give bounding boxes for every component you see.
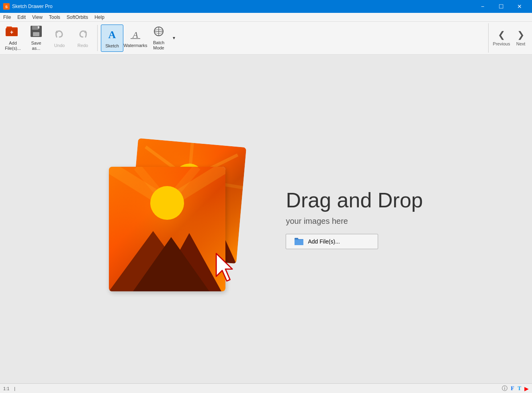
status-right: ⓘ 𝐅 𝐓 ▶ — [502, 385, 529, 392]
add-files-button[interactable]: Add File(s)... — [286, 234, 378, 249]
svg-rect-7 — [32, 26, 39, 30]
menu-tools[interactable]: Tools — [46, 14, 63, 21]
sketch-button[interactable]: A Sketch — [101, 25, 123, 52]
sketch-icon: A — [106, 28, 119, 43]
main-content: Drag and Drop your images here Add File(… — [0, 55, 532, 383]
menu-bar: File Edit View Tools SoftOrbits Help — [0, 13, 532, 22]
undo-button[interactable]: Undo — [48, 25, 71, 52]
next-label: Next — [516, 41, 526, 46]
image-illustration — [109, 143, 262, 295]
undo-icon — [53, 28, 65, 42]
toolbar-separator-1 — [97, 25, 98, 51]
watermarks-label: Watermarks — [124, 43, 147, 48]
svg-rect-9 — [38, 26, 39, 29]
svg-text:A: A — [108, 29, 116, 41]
menu-file[interactable]: File — [0, 14, 14, 21]
redo-label: Redo — [78, 43, 88, 48]
batch-mode-label: Batch Mode — [153, 40, 164, 51]
app-icon: S — [3, 3, 10, 10]
youtube-icon[interactable]: ▶ — [524, 385, 529, 392]
drop-zone: Drag and Drop your images here Add File(… — [109, 143, 423, 295]
status-left: 1:1 | — [3, 386, 20, 391]
redo-icon — [77, 28, 89, 42]
close-button[interactable]: ✕ — [510, 0, 529, 13]
maximize-button[interactable]: ☐ — [492, 0, 510, 13]
toolbar-dropdown-arrow[interactable]: ▼ — [171, 25, 177, 52]
svg-rect-8 — [33, 32, 39, 36]
watermarks-icon: A — [129, 28, 142, 42]
zoom-level: 1:1 — [3, 386, 9, 391]
drop-text-area: Drag and Drop your images here Add File(… — [286, 189, 423, 249]
undo-label: Undo — [54, 43, 65, 48]
twitter-icon[interactable]: 𝐓 — [518, 385, 521, 392]
sketch-label: Sketch — [105, 43, 119, 49]
save-as-button[interactable]: Save as... — [25, 23, 47, 53]
save-as-label: Save as... — [31, 41, 41, 51]
menu-help[interactable]: Help — [91, 14, 108, 21]
redo-button[interactable]: Redo — [72, 25, 94, 52]
drag-and-drop-title: Drag and Drop — [286, 189, 423, 212]
facebook-icon[interactable]: 𝐅 — [511, 385, 514, 392]
add-file-icon: + — [6, 25, 20, 40]
status-separator: | — [14, 386, 15, 391]
drag-and-drop-subtitle: your images here — [286, 217, 423, 226]
previous-button[interactable]: ❮ Previous — [492, 25, 511, 52]
card-front — [109, 167, 225, 291]
toolbar-main-group: + Add File(s)... Save as... — [2, 23, 177, 53]
save-as-icon — [30, 25, 43, 40]
toolbar: + Add File(s)... Save as... — [0, 22, 532, 55]
menu-softorbits[interactable]: SoftOrbits — [63, 14, 91, 21]
watermarks-button[interactable]: A Watermarks — [124, 25, 147, 52]
batch-mode-icon — [152, 25, 165, 39]
svg-text:S: S — [5, 5, 8, 9]
title-bar: S Sketch Drawer Pro − ☐ ✕ — [0, 0, 532, 13]
menu-view[interactable]: View — [29, 14, 46, 21]
window-controls: − ☐ ✕ — [473, 0, 529, 13]
status-bar: 1:1 | ⓘ 𝐅 𝐓 ▶ — [0, 383, 532, 393]
card-front-image — [109, 167, 225, 291]
toolbar-nav: ❮ Previous ❯ Next — [488, 23, 530, 53]
add-files-label: Add File(s)... — [308, 238, 340, 245]
add-file-button[interactable]: + Add File(s)... — [2, 23, 24, 53]
next-arrow-icon: ❯ — [517, 30, 524, 40]
folder-icon — [294, 237, 304, 246]
batch-mode-button[interactable]: Batch Mode — [147, 24, 170, 52]
svg-point-35 — [150, 186, 184, 220]
menu-edit[interactable]: Edit — [14, 14, 29, 21]
svg-text:+: + — [10, 29, 13, 35]
next-button[interactable]: ❯ Next — [511, 25, 530, 52]
previous-label: Previous — [493, 41, 510, 46]
minimize-button[interactable]: − — [473, 0, 492, 13]
previous-arrow-icon: ❮ — [498, 30, 505, 40]
add-file-label: Add File(s)... — [5, 41, 21, 51]
window-title: Sketch Drawer Pro — [12, 4, 473, 9]
info-icon[interactable]: ⓘ — [502, 385, 507, 392]
